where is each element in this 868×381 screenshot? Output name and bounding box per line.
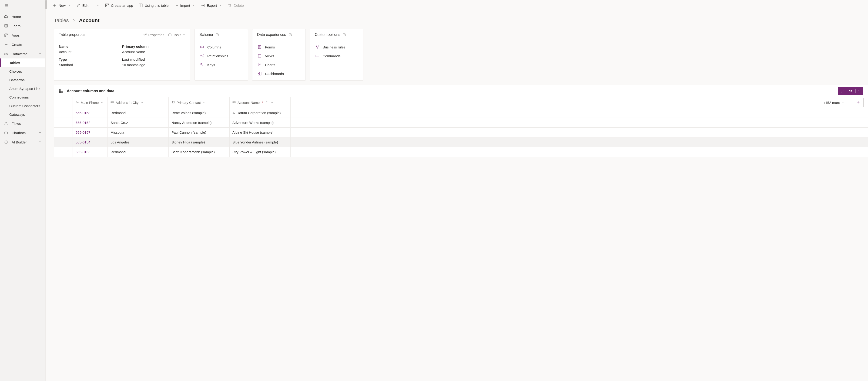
- row-gutter[interactable]: [54, 138, 73, 147]
- nav-apps[interactable]: Apps: [0, 30, 45, 40]
- cell-phone[interactable]: 555-0152: [73, 118, 108, 127]
- schema-relationships[interactable]: Relationships: [195, 52, 248, 60]
- data-grid: Main Phone Abc Address 1: City Primary C…: [54, 97, 868, 157]
- row-gutter[interactable]: [54, 108, 73, 118]
- chevron-down-icon: [140, 101, 144, 104]
- svg-point-25: [316, 46, 317, 46]
- tools-action[interactable]: Tools: [168, 33, 185, 37]
- cell-account-name[interactable]: Blue Yonder Airlines (sample): [229, 138, 290, 147]
- edit-button[interactable]: Edit: [838, 87, 856, 95]
- info-icon[interactable]: [215, 33, 219, 36]
- cust-business-rules[interactable]: Business rules: [310, 42, 363, 52]
- colhdr-city[interactable]: Abc Address 1: City: [108, 97, 169, 108]
- nav-chatbots[interactable]: Chatbots: [0, 128, 45, 138]
- add-column-button[interactable]: [853, 98, 864, 107]
- nav-dataflows[interactable]: Dataflows: [0, 76, 45, 84]
- schema-columns[interactable]: Abc Columns: [195, 42, 248, 52]
- colhdr-primary-contact[interactable]: Primary Contact: [169, 97, 229, 108]
- chevron-up-icon: [38, 52, 42, 56]
- scrollbar-thumb[interactable]: [45, 0, 47, 9]
- cmd-import[interactable]: Import: [172, 1, 198, 9]
- plus-icon: [856, 100, 860, 104]
- nav-label: Connections: [9, 95, 29, 99]
- cmd-edit-dropdown[interactable]: [94, 2, 102, 9]
- cell-account-name[interactable]: A. Datum Corporation (sample): [229, 108, 290, 118]
- exp-forms[interactable]: Forms: [252, 42, 306, 52]
- cell-account-name[interactable]: Alpine Ski House (sample): [229, 128, 290, 137]
- cell-city[interactable]: Redmond: [108, 147, 169, 157]
- nav-label: Chatbots: [12, 131, 26, 135]
- link-label: Keys: [207, 63, 215, 67]
- cell-phone[interactable]: 555-0157: [73, 128, 108, 137]
- cell-city[interactable]: Santa Cruz: [108, 118, 169, 127]
- cmd-create-app[interactable]: Create an app: [102, 1, 135, 9]
- content-scroll: Tables Account Table properties Properti…: [45, 11, 868, 381]
- exp-views[interactable]: Views: [252, 52, 306, 60]
- breadcrumb-parent[interactable]: Tables: [54, 18, 69, 24]
- table-row[interactable]: 555-0154Los AngelesSidney Higa (sample)B…: [54, 138, 868, 147]
- nav-custom-connectors[interactable]: Custom Connectors: [0, 101, 45, 110]
- hamburger-button[interactable]: [0, 0, 45, 12]
- cmd-using-table[interactable]: Using this table: [136, 1, 171, 9]
- cell-city[interactable]: Los Angeles: [108, 138, 169, 147]
- cell-contact[interactable]: Sidney Higa (sample): [169, 138, 229, 147]
- info-icon[interactable]: [288, 33, 292, 36]
- nav-choices[interactable]: Choices: [0, 67, 45, 76]
- row-gutter[interactable]: [54, 147, 73, 157]
- cell-account-name[interactable]: City Power & Light (sample): [229, 147, 290, 157]
- cell-contact[interactable]: Rene Valdes (sample): [169, 108, 229, 118]
- cell-contact[interactable]: Paul Cannon (sample): [169, 128, 229, 137]
- card-title: Data experiences: [257, 33, 286, 37]
- plus-icon: [4, 42, 8, 47]
- cell-city[interactable]: Redmond: [108, 108, 169, 118]
- table-row[interactable]: 555-0158RedmondRene Valdes (sample)A. Da…: [54, 108, 868, 118]
- main-area: New Edit Create an app Using this table: [45, 0, 868, 381]
- colhdr-main-phone[interactable]: Main Phone: [73, 97, 108, 108]
- cust-commands[interactable]: Commands: [310, 52, 363, 60]
- nav-dataverse[interactable]: Dataverse: [0, 49, 45, 58]
- cmd-edit[interactable]: Edit: [74, 1, 91, 9]
- action-label: Properties: [148, 33, 164, 37]
- exp-dashboards[interactable]: Dashboards: [252, 69, 306, 78]
- card-title: Schema: [199, 33, 213, 37]
- schema-keys[interactable]: Keys: [195, 60, 248, 69]
- nav-connections[interactable]: Connections: [0, 93, 45, 101]
- chevron-down-icon: [203, 101, 206, 104]
- colhdr-account-name[interactable]: Abc Account Name *: [229, 97, 290, 108]
- properties-action[interactable]: Properties: [143, 33, 164, 37]
- cell-account-name[interactable]: Adventure Works (sample): [229, 118, 290, 127]
- nav-tables[interactable]: Tables: [0, 58, 45, 67]
- nav-flows[interactable]: Flows: [0, 119, 45, 128]
- nav-synapse-link[interactable]: Azure Synapse Link: [0, 84, 45, 93]
- cell-contact[interactable]: Scott Konersmann (sample): [169, 147, 229, 157]
- edit-dropdown[interactable]: [856, 87, 863, 95]
- row-gutter[interactable]: [54, 128, 73, 137]
- cell-phone[interactable]: 555-0155: [73, 147, 108, 157]
- cell-contact[interactable]: Nancy Anderson (sample): [169, 118, 229, 127]
- table-row[interactable]: 555-0157MissoulaPaul Cannon (sample)Alpi…: [54, 128, 868, 138]
- more-columns-button[interactable]: +152 more: [820, 98, 848, 107]
- nav-learn[interactable]: Learn: [0, 21, 45, 30]
- sort-asc-icon: [265, 100, 269, 105]
- row-gutter[interactable]: [54, 118, 73, 127]
- link-label: Columns: [207, 45, 221, 49]
- table-row[interactable]: 555-0155RedmondScott Konersmann (sample)…: [54, 147, 868, 157]
- cell-phone[interactable]: 555-0158: [73, 108, 108, 118]
- exp-charts[interactable]: Charts: [252, 60, 306, 69]
- table-row[interactable]: 555-0152Santa CruzNancy Anderson (sample…: [54, 118, 868, 128]
- nav-create[interactable]: Create: [0, 40, 45, 49]
- cmd-export[interactable]: Export: [198, 1, 224, 9]
- colhdr-label: Primary Contact: [177, 101, 201, 105]
- info-icon[interactable]: [342, 33, 346, 36]
- required-star: *: [262, 101, 264, 105]
- cell-city[interactable]: Missoula: [108, 128, 169, 137]
- cmd-new[interactable]: New: [50, 1, 73, 9]
- nav-label: Create: [12, 42, 22, 47]
- nav-gateways[interactable]: Gateways: [0, 110, 45, 119]
- column-header-row: Main Phone Abc Address 1: City Primary C…: [54, 97, 868, 108]
- cell-phone[interactable]: 555-0154: [73, 138, 108, 147]
- nav-ai-builder[interactable]: AI Builder: [0, 138, 45, 147]
- nav-home[interactable]: Home: [0, 12, 45, 21]
- colhdr-label: Main Phone: [81, 101, 99, 105]
- colhdr-label: Account Name: [238, 101, 260, 105]
